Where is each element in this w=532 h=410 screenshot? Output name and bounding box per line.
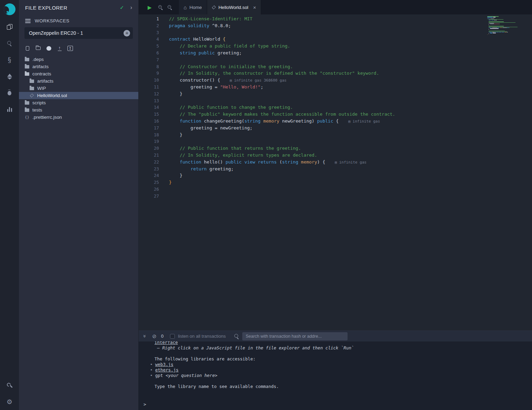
plugin-manager-icon[interactable] [0,101,19,118]
line-number: 6 [139,50,159,56]
folder-icon [30,80,34,83]
run-script-icon[interactable]: ▶ [148,5,152,10]
github-icon[interactable] [46,45,52,51]
tree-item-.deps[interactable]: .deps [19,56,138,63]
workspaces-menu-icon[interactable] [25,21,31,21]
tab-label: Home [190,5,202,10]
tree-item-wip[interactable]: WIP [19,85,138,92]
new-file-icon[interactable] [24,45,31,51]
listen-checkbox[interactable] [170,334,175,339]
line-number: 20 [139,145,159,152]
file-name: tests [32,107,42,113]
line-number: 23 [139,166,159,172]
expand-terminal-icon[interactable]: » [142,335,148,337]
line-number: 26 [139,186,159,193]
gas-estimate: ▤ infinite gas [348,119,380,124]
prompt-symbol: > [143,402,146,407]
plugin-connector-icon[interactable] [0,377,19,393]
link-web3.js[interactable]: web3.js [155,362,173,367]
line-number: 18 [139,132,159,138]
line-number: 27 [139,193,159,200]
tree-item-artifacts[interactable]: artifacts [19,77,138,85]
remix-logo[interactable] [4,3,15,15]
tree-item-scripts[interactable]: scripts [19,99,138,106]
workspace-selector[interactable]: OpenZeppelin ERC20 - 1 ≡ [24,27,133,39]
tab-bar: ▶ + − ⌂HomeHelloWorld.sol× [139,0,532,14]
folder-icon [25,108,29,112]
panel-header: FILE EXPLORER ✓ › [19,0,138,15]
tabs: ⌂HomeHelloWorld.sol× [179,0,262,14]
line-number: 21 [139,152,159,159]
tree-item-tests[interactable]: tests [19,106,138,114]
tree-item-contracts[interactable]: contracts [19,70,138,77]
line-number: 16 [139,118,159,125]
zoom-in-icon[interactable]: + [158,5,163,10]
link-interface[interactable]: interface [155,341,178,345]
folder-icon [25,101,29,105]
file-name: WIP [37,86,46,91]
file-explorer-toolbar: ↑ ↥ [19,42,138,56]
line-number: 4 [139,36,159,43]
main-area: ▶ + − ⌂HomeHelloWorld.sol× 1234567891011… [139,0,532,410]
line-numbers: 1234567891011121314151617181920212223242… [139,14,163,330]
file-name: HelloWorld.sol [37,93,67,98]
file-name: contracts [32,71,51,76]
workspace-switch-icon[interactable]: ≡ [124,30,130,36]
terminal-search-input[interactable] [242,332,348,340]
line-number: 10 [139,77,159,84]
line-number: 13 [139,97,159,104]
workspaces-row: WORKSPACES [19,15,138,25]
gas-estimate: ▤ infinite gas 368600 gas [230,78,287,83]
line-number: 5 [139,43,159,50]
line-number: 9 [139,70,159,77]
import-folder-icon[interactable]: ↥ [67,45,73,51]
line-number: 25 [139,179,159,186]
settings-icon[interactable]: ⚙ [0,393,19,410]
close-tab-icon[interactable]: × [253,5,256,10]
home-icon: ⌂ [184,5,187,10]
line-number: 15 [139,111,159,118]
terminal-prompt[interactable]: > [139,402,532,410]
folder-open-icon [25,72,29,76]
new-folder-icon[interactable] [35,45,41,51]
activity-bar: § ⚙ [0,0,19,410]
line-number: 11 [139,84,159,91]
file-explorer-icon[interactable] [0,19,19,35]
tab-home[interactable]: ⌂Home [179,0,207,14]
terminal-output: interface – Right click on a JavaScript … [139,341,532,402]
panel-title: FILE EXPLORER [25,5,67,11]
terminal-search-icon[interactable] [234,334,239,339]
link-ethers.js[interactable]: ethers.js [155,367,179,372]
file-name: .prettierrc.json [32,115,62,120]
line-number: 14 [139,104,159,111]
minimap[interactable] [487,16,529,36]
solidity-file-icon [30,94,34,98]
line-number: 1 [139,15,159,22]
line-number: 2 [139,22,159,29]
tree-item-.prettierrc.json[interactable]: {}.prettierrc.json [19,114,138,121]
line-number: 17 [139,125,159,132]
line-number: 8 [139,63,159,70]
tree-item-artifacts[interactable]: artifacts [19,63,138,70]
search-icon[interactable] [0,35,19,52]
code-lines[interactable]: // SPDX-License-Identifier: MITpragma so… [163,14,532,330]
clear-console-icon[interactable]: ⊘ [152,334,157,339]
line-number: 7 [139,56,159,63]
tree-item-helloworld.sol[interactable]: HelloWorld.sol [19,92,138,99]
tab-helloworld-sol[interactable]: HelloWorld.sol× [207,0,262,14]
deploy-run-icon[interactable] [0,68,19,85]
solidity-compiler-icon[interactable]: § [0,52,19,68]
check-icon[interactable]: ✓ [120,4,124,11]
upload-file-icon[interactable]: ↑ [56,45,63,51]
listen-label[interactable]: listen on all transactions [178,334,226,339]
code-editor[interactable]: 1234567891011121314151617181920212223242… [139,14,532,330]
tab-label: HelloWorld.sol [219,5,248,10]
debugger-icon[interactable] [0,85,19,101]
line-number: 12 [139,91,159,97]
file-name: artifacts [37,78,53,84]
zoom-out-icon[interactable]: − [168,5,172,10]
workspaces-label: WORKSPACES [35,18,70,23]
chevron-right-icon[interactable]: › [130,4,132,11]
folder-icon [25,58,29,61]
folder-icon [30,87,34,90]
